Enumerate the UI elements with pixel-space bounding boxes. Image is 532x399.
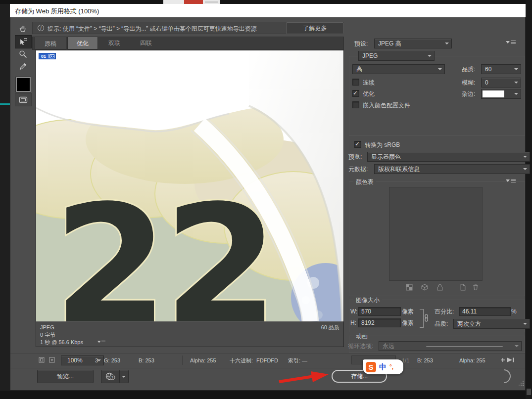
scrollbar-thumb[interactable] (527, 389, 531, 395)
index-readout: 索引: — (288, 357, 307, 364)
loop-options-dropdown: 永远 (379, 341, 522, 351)
metadata-dropdown[interactable]: 版权和联系信息 (374, 164, 530, 174)
width-unit-label: 像素 (402, 308, 414, 315)
slice-image-icon (49, 54, 54, 58)
background-thumbnail-lines (205, 1, 218, 3)
hand-icon (19, 24, 27, 33)
tab-optimized[interactable]: 优化 (67, 37, 98, 49)
progressive-checkbox[interactable] (352, 79, 359, 86)
height-input[interactable]: 8192 (358, 318, 401, 327)
preset-value: JPEG 高 (378, 40, 401, 47)
loop-options-label: 循环选项: (348, 343, 373, 350)
preview-in-browser-button[interactable]: 预览... (37, 370, 94, 383)
file-size-readout: 0 字节 (40, 331, 55, 338)
browser-select-arrow[interactable] (119, 370, 129, 383)
slice-badge: 01 (39, 53, 56, 59)
ime-logo[interactable]: S (366, 362, 376, 372)
optimized-format-readout: JPEG (40, 324, 54, 331)
chevron-down-icon (515, 345, 519, 347)
g-readout: G: 253 (104, 357, 120, 364)
svg-text:?: ? (111, 375, 114, 380)
hex-label: 十六进制: (230, 357, 253, 364)
blur-value: 0 (485, 79, 488, 86)
artwork-digits: 22 (53, 170, 274, 321)
info-icon: i (38, 25, 44, 31)
hand-tool-button[interactable] (15, 22, 31, 35)
metadata-value: 版权和联系信息 (378, 166, 420, 173)
srgb-checkbox[interactable] (354, 141, 361, 148)
progressive-label: 连续 (363, 79, 375, 86)
ime-punctuation-toggle[interactable]: °, (389, 363, 393, 370)
preview-mode-dropdown[interactable]: 显示器颜色 (367, 152, 530, 162)
embed-profile-checkbox[interactable] (352, 101, 359, 108)
zoom-tool-button[interactable] (15, 48, 31, 60)
dialog-title: 存储为 Web 所用格式 (100%) (15, 7, 99, 16)
r-readout: 3 (95, 357, 98, 364)
matte-swatch (483, 90, 504, 97)
dialog-title-bar[interactable]: 存储为 Web 所用格式 (100%) (10, 4, 526, 17)
web-shift-icon[interactable] (421, 284, 428, 293)
toggle-slices-visibility-button[interactable] (15, 93, 32, 106)
quality-readout: 60 品质 (321, 324, 339, 331)
new-color-icon[interactable] (459, 284, 466, 293)
link-dimensions-bracket (420, 309, 424, 328)
status-divider (182, 355, 183, 365)
optimized-checkbox[interactable] (352, 90, 359, 97)
resize-grip[interactable] (517, 379, 518, 380)
next-frame-icon[interactable] (499, 356, 516, 363)
pages-icon[interactable] (39, 357, 45, 363)
height-unit-label: 像素 (402, 319, 414, 326)
color-table-menu-icon[interactable] (506, 179, 516, 182)
image-size-title: 图像大小 (353, 296, 382, 305)
ime-mode-toggle[interactable]: 中 (379, 362, 387, 372)
embed-profile-label: 嵌入颜色配置文件 (363, 102, 410, 109)
quality-dropdown[interactable]: 60 (481, 64, 521, 74)
slice-select-tool-button[interactable] (15, 35, 32, 48)
tab-four-up[interactable]: 四联 (131, 37, 161, 49)
page-arrow-icon[interactable] (49, 357, 55, 363)
browser-preview-icon: ? (105, 371, 115, 381)
chevron-down-icon (438, 68, 442, 70)
foreground-color-swatch[interactable] (16, 77, 31, 92)
chevron-down-icon (428, 55, 432, 57)
compression-dropdown[interactable]: 高 (352, 64, 445, 74)
zoom-level-value: 100% (67, 356, 83, 365)
percent-input[interactable]: 46.11 (459, 307, 511, 316)
format-dropdown[interactable]: JPEG (358, 51, 435, 61)
slice-select-icon (19, 38, 28, 46)
annotation-arrow (277, 370, 332, 384)
color-table-swatch-area[interactable] (389, 187, 483, 281)
transparency-map-icon[interactable] (406, 284, 413, 293)
matte-dropdown[interactable] (481, 89, 521, 99)
preview-mode-label: 预览: (348, 153, 362, 160)
learn-more-button[interactable]: 了解更多 (286, 22, 344, 34)
link-chain-icon[interactable] (424, 314, 429, 322)
ime-toolbar[interactable]: S 中 °, (363, 359, 403, 374)
blur-label: 模糊: (462, 79, 475, 86)
loop-options-value: 永远 (383, 343, 394, 350)
tab-two-up[interactable]: 双联 (99, 37, 130, 49)
resample-label: 品质: (435, 320, 448, 327)
width-input[interactable]: 570 (358, 307, 401, 316)
percent-label: 百分比: (435, 308, 454, 315)
download-rate-menu-icon[interactable] (97, 341, 105, 344)
tab-original[interactable]: 原稿 (35, 37, 66, 49)
screen: 存储为 Web 所用格式 (100%) i 提示: 使用 “文件” > “导出”… (0, 0, 532, 399)
chevron-down-icon (523, 156, 527, 158)
blur-dropdown[interactable]: 0 (481, 78, 521, 88)
browser-select-button[interactable]: ? (101, 370, 120, 383)
delete-color-icon[interactable] (472, 284, 479, 293)
lock-color-icon[interactable] (436, 284, 443, 293)
eyedropper-tool-button[interactable] (15, 60, 31, 73)
artwork-canvas: 22 (36, 50, 343, 321)
b-readout-dup: B: 253 (417, 357, 433, 364)
resample-dropdown[interactable]: 两次立方 (453, 319, 530, 329)
download-time-readout: 1 秒 @ 56.6 Kbps (40, 339, 83, 346)
preview-image-area[interactable]: 22 01 (36, 50, 343, 321)
preset-dropdown[interactable]: JPEG 高 (374, 39, 452, 48)
chevron-down-icon (514, 82, 518, 84)
slice-badge-divider (48, 54, 48, 58)
resample-value: 两次立方 (457, 320, 481, 327)
preset-menu-icon[interactable] (506, 41, 516, 44)
color-table-title: 颜色表 (353, 178, 376, 186)
